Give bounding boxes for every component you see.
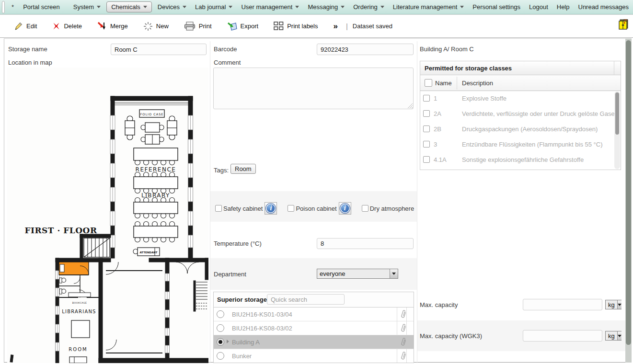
location-map[interactable]: FOLIO CASE REFERENCE LIBRARY ATTENDANT B…: [7, 68, 208, 363]
delete-button[interactable]: Delete: [52, 22, 82, 30]
menu-item-help[interactable]: Help: [552, 0, 574, 14]
red-x-icon: [52, 22, 60, 30]
page-scrollbar-thumb[interactable]: [626, 40, 631, 345]
menu-item-user-management[interactable]: User management: [237, 0, 303, 14]
storage-option-row[interactable]: BIU2H16-KS08-03/02: [214, 321, 414, 335]
chevron-down-icon: [143, 6, 147, 8]
paperclip-icon[interactable]: [399, 351, 407, 363]
chevron-down-icon: [618, 304, 621, 306]
quick-search-input[interactable]: Quick s: [2, 1, 5, 13]
page-scrollbar[interactable]: [625, 38, 632, 363]
menu-item-devices[interactable]: Devices: [153, 0, 191, 14]
chevron-down-icon: [618, 335, 621, 337]
superior-storage-panel: Superior storage BIU2H16-KS01-03/04 BIU2…: [213, 292, 414, 363]
storage-classes-panel: Permitted for storage classes Name Descr…: [420, 61, 621, 170]
sparkle-icon: [143, 22, 153, 31]
superior-storage-search-input[interactable]: [267, 294, 345, 305]
row-checkbox[interactable]: [423, 110, 430, 117]
poison-cabinet-checkbox[interactable]: [288, 205, 294, 212]
max-capacity-wgk3-input[interactable]: [523, 330, 602, 341]
paperclip-icon[interactable]: [399, 309, 407, 321]
department-label: Department: [214, 271, 246, 278]
poison-cabinet-label: Poison cabinet: [296, 205, 336, 212]
quick-search-combobox[interactable]: Quick s: [2, 1, 5, 13]
radio-button[interactable]: [217, 324, 224, 332]
chevron-down-icon: [295, 6, 299, 8]
max-capacity-unit-select[interactable]: kg: [605, 300, 621, 309]
menu-item-chemicals[interactable]: Chemicals: [106, 1, 152, 12]
select-dropdown-button[interactable]: [617, 300, 621, 309]
new-button[interactable]: New: [143, 22, 169, 31]
panel-corner-cell: [614, 61, 621, 75]
storage-name-label: Storage name: [8, 46, 47, 53]
paperclip-icon[interactable]: [399, 323, 407, 335]
info-icon: i: [266, 204, 276, 213]
row-checkbox[interactable]: [423, 156, 430, 163]
radio-button[interactable]: [217, 310, 224, 318]
menu-item-logout[interactable]: Logout: [525, 0, 552, 14]
table-scrollbar-thumb[interactable]: [615, 92, 619, 135]
safety-cabinet-label: Safety cabinet: [223, 205, 263, 212]
edit-button[interactable]: Edit: [13, 22, 37, 31]
storage-class-row[interactable]: 4.1A Sonstige explosionsgefährliche Gefa…: [420, 152, 614, 168]
select-dropdown-button[interactable]: [617, 331, 621, 340]
chevron-down-icon: [460, 6, 464, 8]
dry-atmosphere-checkbox[interactable]: [362, 205, 368, 212]
app-window: Quick s * Portal screen System Chemicals…: [0, 0, 633, 364]
menu-item-lab-journal[interactable]: Lab journal: [191, 0, 237, 14]
chevron-down-icon: [183, 6, 186, 8]
menu-item-messaging[interactable]: Messaging: [303, 0, 349, 14]
barcode-label: Barcode: [214, 46, 237, 53]
status-text: Dataset saved: [353, 23, 392, 30]
bookcase-label: BOOKCASE: [72, 302, 87, 304]
menu-item-ordering[interactable]: Ordering: [349, 0, 389, 14]
safety-cabinet-info-button[interactable]: i: [265, 202, 277, 215]
row-checkbox[interactable]: [423, 125, 430, 132]
folio-case-label: FOLIO CASE: [140, 113, 164, 116]
storage-classes-header-row: Name Description: [420, 75, 621, 91]
chevron-down-icon: [380, 6, 384, 8]
row-checkbox[interactable]: [423, 95, 430, 102]
storage-class-row[interactable]: 2B Druckgaspackungen (Aerosoldosen/Spray…: [420, 122, 614, 137]
storage-class-row[interactable]: 2A Verdichtete, verflüssigte oder unter …: [420, 106, 614, 122]
tag-chip[interactable]: Room: [230, 164, 256, 174]
export-button[interactable]: Export: [227, 22, 259, 31]
superior-storage-label: Superior storage: [217, 296, 267, 303]
storage-option-row[interactable]: BIU2H16-KS01-03/04: [214, 307, 414, 321]
paperclip-icon[interactable]: [399, 337, 407, 349]
table-scrollbar[interactable]: [614, 91, 620, 169]
temperature-input[interactable]: [317, 238, 414, 249]
expand-arrow-icon[interactable]: [227, 340, 229, 343]
storage-name-input[interactable]: [111, 44, 207, 55]
print-labels-button[interactable]: Print labels: [274, 22, 318, 31]
row-checkbox[interactable]: [423, 141, 430, 148]
menu-item-system[interactable]: System: [69, 0, 105, 14]
storage-class-row[interactable]: 1 Explosive Stoffe: [420, 91, 614, 106]
select-all-checkbox[interactable]: [425, 79, 432, 87]
storage-classes-rows: 1 Explosive Stoffe 2A Verdichtete, verfl…: [420, 91, 614, 170]
chevron-down-icon: [341, 6, 345, 8]
select-dropdown-button[interactable]: [390, 269, 398, 278]
max-capacity-input[interactable]: [523, 299, 602, 310]
merge-button[interactable]: Merge: [97, 22, 128, 31]
storage-option-row-selected[interactable]: Building A: [214, 335, 414, 349]
menu-item-portal-screen[interactable]: Portal screen: [19, 0, 64, 14]
menu-item-personal-settings[interactable]: Personal settings: [468, 0, 525, 14]
storage-cabinet-icon[interactable]: [618, 19, 629, 33]
department-select[interactable]: everyone: [317, 269, 398, 279]
storage-option-row[interactable]: Bunker: [214, 349, 414, 363]
barcode-input[interactable]: [317, 44, 414, 55]
description-column-header: Description: [462, 80, 493, 87]
toolbar-overflow-button[interactable]: »: [333, 22, 337, 31]
comment-textarea[interactable]: [213, 68, 414, 109]
menu-item-literature-management[interactable]: Literature management: [389, 0, 468, 14]
radio-button-selected[interactable]: [217, 338, 224, 346]
safety-cabinet-checkbox[interactable]: [215, 205, 222, 212]
max-capacity-wgk3-unit-select[interactable]: kg: [605, 331, 621, 341]
print-button[interactable]: Print: [184, 22, 212, 31]
comment-label: Comment: [214, 59, 241, 66]
menu-item-unread-messages[interactable]: Unread messages: [574, 0, 633, 14]
poison-cabinet-info-button[interactable]: i: [339, 202, 351, 215]
radio-button[interactable]: [217, 352, 224, 360]
storage-class-row[interactable]: 3 Entzündbare Flüssigkeiten (Flammpunkt …: [420, 137, 614, 152]
